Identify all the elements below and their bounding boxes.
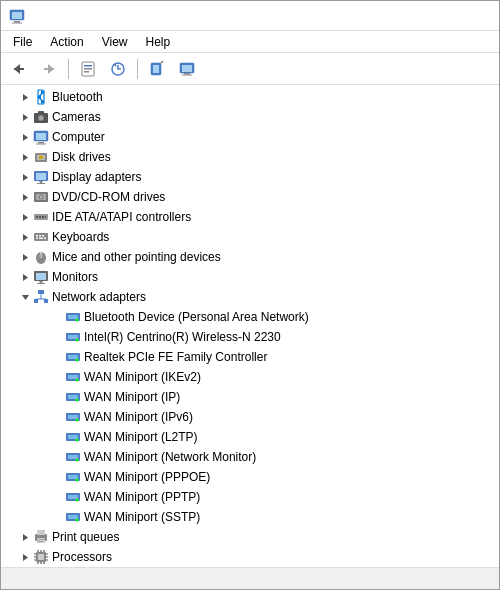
tree-item-net-wan-monitor[interactable]: WAN Miniport (Network Monitor)	[1, 447, 499, 467]
svg-marker-23	[23, 114, 28, 121]
expander-net-wan-ipv6[interactable]	[49, 409, 65, 425]
svg-rect-1	[12, 12, 22, 19]
tree-item-print-queues[interactable]: Print queues	[1, 527, 499, 547]
tree-item-net-wan-pptp[interactable]: WAN Miniport (PPTP)	[1, 487, 499, 507]
icon-bluetooth	[33, 89, 49, 105]
display-button[interactable]	[173, 57, 201, 81]
expander-net-bluetooth[interactable]	[49, 309, 65, 325]
close-button[interactable]	[465, 6, 491, 26]
tree-item-mice[interactable]: Mice and other pointing devices	[1, 247, 499, 267]
svg-marker-37	[23, 174, 28, 181]
expander-mice[interactable]	[17, 249, 33, 265]
toolbar-separator-2	[137, 59, 138, 79]
svg-rect-32	[36, 144, 46, 145]
tree-item-net-wan-ipv6[interactable]: WAN Miniport (IPv6)	[1, 407, 499, 427]
svg-marker-47	[23, 214, 28, 221]
properties-button[interactable]	[74, 57, 102, 81]
menu-help[interactable]: Help	[138, 33, 179, 51]
icon-display	[33, 169, 49, 185]
label-network-adapters: Network adapters	[52, 290, 146, 304]
forward-button[interactable]	[35, 57, 63, 81]
svg-rect-51	[42, 216, 44, 218]
expander-dvd-cdrom[interactable]	[17, 189, 33, 205]
expander-display-adapters[interactable]	[17, 169, 33, 185]
label-net-wan-pptp: WAN Miniport (PPTP)	[84, 490, 200, 504]
svg-rect-90	[68, 395, 78, 399]
tree-item-net-realtek[interactable]: Realtek PCIe FE Family Controller	[1, 347, 499, 367]
expander-bluetooth[interactable]	[17, 89, 33, 105]
tree-item-dvd-cdrom[interactable]: DVD/CD-ROM drives	[1, 187, 499, 207]
svg-rect-27	[38, 111, 44, 114]
svg-point-85	[76, 359, 79, 362]
expander-computer[interactable]	[17, 129, 33, 145]
expander-net-wan-ikev2[interactable]	[49, 369, 65, 385]
tree-panel[interactable]: BluetoothCamerasComputerDisk drivesDispl…	[1, 85, 499, 567]
svg-rect-54	[34, 233, 48, 241]
maximize-button[interactable]	[437, 6, 463, 26]
back-button[interactable]	[5, 57, 33, 81]
svg-point-16	[161, 61, 163, 63]
scan-button[interactable]	[143, 57, 171, 81]
expander-processors[interactable]	[17, 549, 33, 565]
icon-netdev	[65, 489, 81, 505]
menu-file[interactable]: File	[5, 33, 40, 51]
tree-item-net-wan-sstp[interactable]: WAN Miniport (SSTP)	[1, 507, 499, 527]
tree-item-computer[interactable]: Computer	[1, 127, 499, 147]
expander-net-intel[interactable]	[49, 329, 65, 345]
tree-item-bluetooth[interactable]: Bluetooth	[1, 87, 499, 107]
label-computer: Computer	[52, 130, 105, 144]
icon-netdev	[65, 449, 81, 465]
label-dvd-cdrom: DVD/CD-ROM drives	[52, 190, 165, 204]
menu-action[interactable]: Action	[42, 33, 91, 51]
expander-net-wan-l2tp[interactable]	[49, 429, 65, 445]
expander-cameras[interactable]	[17, 109, 33, 125]
tree-item-display-adapters[interactable]: Display adapters	[1, 167, 499, 187]
expander-net-wan-pptp[interactable]	[49, 489, 65, 505]
tree-item-ide[interactable]: IDE ATA/ATAPI controllers	[1, 207, 499, 227]
expander-net-wan-sstp[interactable]	[49, 509, 65, 525]
expander-disk-drives[interactable]	[17, 149, 33, 165]
label-net-realtek: Realtek PCIe FE Family Controller	[84, 350, 267, 364]
tree-item-keyboards[interactable]: Keyboards	[1, 227, 499, 247]
icon-print	[33, 529, 49, 545]
tree-item-net-wan-pppoe[interactable]: WAN Miniport (PPPOE)	[1, 467, 499, 487]
expander-net-wan-pppoe[interactable]	[49, 469, 65, 485]
tree-item-disk-drives[interactable]: Disk drives	[1, 147, 499, 167]
expander-print-queues[interactable]	[17, 529, 33, 545]
expander-network-adapters[interactable]	[17, 289, 33, 305]
label-net-wan-ikev2: WAN Miniport (IKEv2)	[84, 370, 201, 384]
expander-ide[interactable]	[17, 209, 33, 225]
svg-marker-42	[23, 194, 28, 201]
expander-net-wan-monitor[interactable]	[49, 449, 65, 465]
svg-point-26	[39, 116, 43, 120]
svg-rect-73	[44, 299, 48, 303]
tree-item-net-intel[interactable]: Intel(R) Centrino(R) Wireless-N 2230	[1, 327, 499, 347]
tree-item-monitors[interactable]: Monitors	[1, 267, 499, 287]
update-button[interactable]	[104, 57, 132, 81]
svg-marker-21	[23, 94, 28, 101]
tree-item-net-bluetooth[interactable]: Bluetooth Device (Personal Area Network)	[1, 307, 499, 327]
svg-rect-72	[34, 299, 38, 303]
expander-keyboards[interactable]	[17, 229, 33, 245]
icon-keyboard	[33, 229, 49, 245]
svg-rect-31	[38, 142, 44, 144]
svg-point-88	[76, 379, 79, 382]
svg-rect-19	[184, 73, 190, 75]
tree-item-net-wan-ikev2[interactable]: WAN Miniport (IKEv2)	[1, 367, 499, 387]
expander-net-realtek[interactable]	[49, 349, 65, 365]
icon-computer	[33, 129, 49, 145]
menu-view[interactable]: View	[94, 33, 136, 51]
tree-item-processors[interactable]: Processors	[1, 547, 499, 567]
tree-item-net-wan-ip[interactable]: WAN Miniport (IP)	[1, 387, 499, 407]
label-net-wan-ip: WAN Miniport (IP)	[84, 390, 180, 404]
label-net-wan-pppoe: WAN Miniport (PPPOE)	[84, 470, 210, 484]
expander-monitors[interactable]	[17, 269, 33, 285]
svg-rect-41	[37, 183, 45, 184]
tree-item-cameras[interactable]: Cameras	[1, 107, 499, 127]
minimize-button[interactable]	[409, 6, 435, 26]
expander-net-wan-ip[interactable]	[49, 389, 65, 405]
svg-rect-78	[68, 315, 78, 319]
tree-item-network-adapters[interactable]: Network adapters	[1, 287, 499, 307]
tree-item-net-wan-l2tp[interactable]: WAN Miniport (L2TP)	[1, 427, 499, 447]
label-processors: Processors	[52, 550, 112, 564]
